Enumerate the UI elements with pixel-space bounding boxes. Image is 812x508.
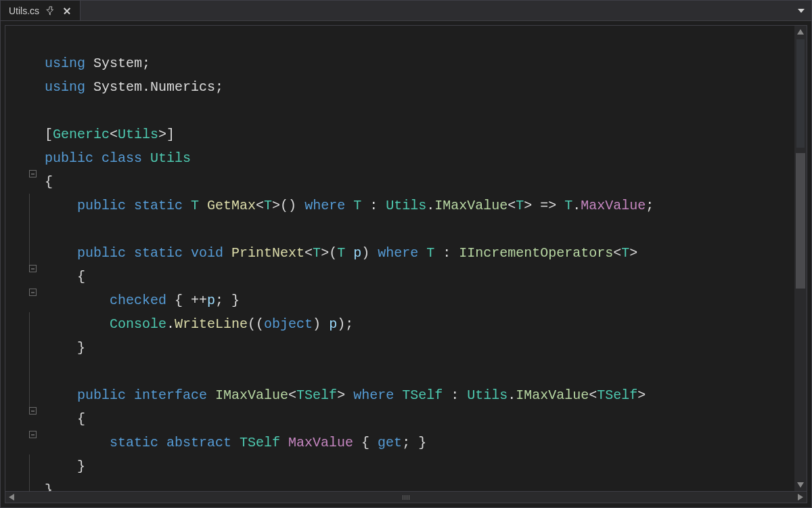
code-token: Utils (386, 198, 426, 213)
code-token: using (45, 56, 93, 71)
code-token: . (166, 316, 175, 332)
code-token: ; (646, 198, 654, 213)
code-token: T (516, 198, 524, 213)
code-token: . (508, 387, 516, 403)
scroll-thumb[interactable] (796, 153, 805, 289)
code-token (45, 387, 77, 403)
code-token: System (93, 56, 142, 71)
code-token: ); (337, 316, 353, 332)
code-token: ; } (402, 435, 426, 450)
tab-filename: Utils.cs (9, 5, 39, 16)
tab-bar: Utils.cs (1, 1, 811, 21)
code-token: ) (361, 245, 378, 261)
code-token (45, 245, 77, 261)
code-token: > (637, 387, 646, 403)
code-token: T (191, 198, 207, 213)
editor-body: using System; using System.Numerics; [Ge… (5, 25, 807, 491)
code-token: Utils (467, 387, 508, 403)
code-token: [ (45, 127, 53, 142)
close-icon[interactable] (62, 6, 72, 16)
code-token: Numerics (150, 79, 215, 95)
code-token: T (353, 198, 369, 213)
code-token: . (426, 198, 434, 213)
fold-toggle[interactable] (29, 407, 37, 415)
code-token: } (45, 482, 53, 491)
code-token: PrintNext (231, 245, 304, 261)
code-token: ) (313, 316, 329, 332)
code-editor[interactable]: using System; using System.Numerics; [Ge… (41, 26, 794, 491)
code-token: > (629, 245, 637, 261)
code-token: . (572, 198, 581, 213)
code-token: T (313, 245, 321, 261)
fold-toggle[interactable] (29, 289, 37, 296)
code-token: ; (215, 79, 223, 95)
code-token: System (93, 79, 142, 95)
code-token (45, 316, 110, 332)
code-token: { (361, 435, 378, 450)
code-token: public static (77, 198, 191, 213)
code-token: T (621, 245, 629, 261)
code-token: IIncrementOperators (459, 245, 613, 261)
code-minimap[interactable] (796, 39, 805, 148)
code-token: >] (158, 127, 175, 142)
code-token: GetMax (207, 198, 256, 213)
code-token: TSelf (240, 435, 288, 450)
code-token: get (378, 435, 402, 450)
code-token: : (369, 198, 386, 213)
code-token: . (142, 79, 150, 95)
code-token: } (45, 459, 85, 474)
code-token: using (45, 79, 93, 95)
code-token: >( (321, 245, 337, 261)
code-token: < (589, 387, 597, 403)
code-token: Console (110, 316, 166, 332)
code-token: IMaxValue (215, 387, 288, 403)
code-token: public class (45, 150, 150, 166)
code-token: TSelf (296, 387, 337, 403)
scroll-up-icon[interactable] (794, 26, 807, 38)
code-token: ; } (215, 293, 240, 308)
pin-icon[interactable] (46, 6, 55, 16)
outline-gutter[interactable] (5, 26, 41, 491)
code-token: { (45, 411, 85, 427)
tabbar-spacer (81, 1, 791, 20)
file-tab[interactable]: Utils.cs (1, 1, 81, 20)
code-token: MaxValue (288, 435, 361, 450)
code-token: p (353, 245, 361, 261)
code-token: Utils (150, 150, 191, 166)
code-token: IMaxValue (516, 387, 589, 403)
code-token (45, 293, 110, 308)
code-token: < (613, 245, 621, 261)
code-token: < (110, 127, 118, 142)
fold-toggle[interactable] (29, 265, 37, 272)
scroll-down-icon[interactable] (794, 479, 807, 491)
code-token (45, 435, 110, 450)
code-token: < (288, 387, 296, 403)
code-token: public static void (77, 245, 231, 261)
code-token: where (378, 245, 426, 261)
code-token: < (256, 198, 264, 213)
code-token: > => (524, 198, 564, 213)
tab-overflow-button[interactable] (791, 1, 811, 20)
code-token: { (45, 269, 85, 284)
code-token: where (304, 198, 353, 213)
code-token: < (304, 245, 313, 261)
code-token: { ++ (175, 293, 207, 308)
scroll-right-icon[interactable] (794, 491, 807, 503)
code-token: checked (110, 293, 175, 308)
code-token: ; (142, 56, 150, 71)
fold-toggle[interactable] (29, 431, 37, 438)
scroll-track[interactable] (794, 38, 807, 479)
code-token: : (443, 245, 459, 261)
vertical-scrollbar[interactable] (794, 26, 807, 491)
scroll-left-icon[interactable] (5, 491, 18, 503)
hscroll-track[interactable] (18, 492, 794, 503)
code-token: T (337, 245, 353, 261)
fold-toggle[interactable] (29, 170, 37, 177)
code-token: Utils (118, 127, 158, 142)
code-token: public interface (77, 387, 215, 403)
horizontal-scrollbar[interactable] (5, 491, 807, 503)
code-token: IMaxValue (434, 198, 508, 213)
splitter-handle-icon[interactable] (401, 494, 411, 501)
code-token: T (564, 198, 572, 213)
code-token: WriteLine (175, 316, 248, 332)
